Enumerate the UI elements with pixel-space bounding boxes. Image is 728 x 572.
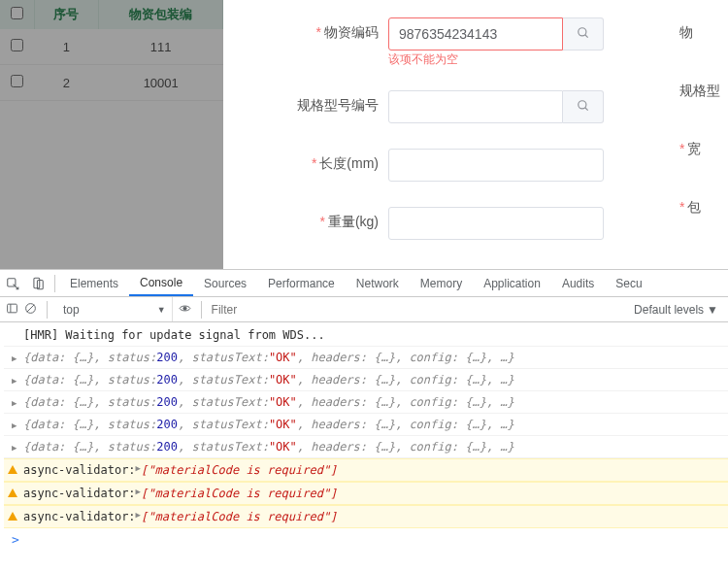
materials-table: 序号 物资包装编 1111210001 — [0, 0, 223, 101]
cell-code: 10001 — [99, 65, 223, 101]
console-log-line[interactable]: async-validator: ▶["materialCode is requ… — [4, 505, 728, 528]
sidebar-toggle-icon[interactable] — [6, 302, 18, 318]
row-checkbox[interactable] — [11, 75, 23, 87]
material-code-input[interactable] — [388, 17, 563, 50]
devtools-tab-network[interactable]: Network — [346, 270, 410, 296]
search-icon — [577, 26, 590, 43]
expand-icon[interactable]: ▶ — [12, 443, 17, 453]
log-level-select[interactable]: Default levels ▼ — [634, 303, 722, 317]
devtools-panel: ElementsConsoleSourcesPerformanceNetwork… — [0, 269, 728, 572]
devtools-tab-application[interactable]: Application — [473, 270, 551, 296]
svg-line-1 — [584, 34, 587, 37]
svg-line-10 — [27, 304, 35, 312]
col-seq: 序号 — [34, 0, 99, 29]
context-select[interactable]: top ▼ — [57, 297, 173, 321]
cutoff-label: 物 — [679, 24, 728, 42]
devtools-tab-performance[interactable]: Performance — [257, 270, 346, 296]
col-code: 物资包装编 — [99, 0, 223, 29]
live-expression-icon[interactable] — [179, 302, 191, 318]
row-length: *长度(mm) — [223, 149, 728, 182]
devtools-tab-sources[interactable]: Sources — [193, 270, 257, 296]
row-material-code: *物资编码 该项不能为空 — [223, 17, 728, 65]
col-checkbox — [0, 0, 34, 29]
cutoff-label: *宽 — [679, 141, 728, 158]
label-spec-no: 规格型号编号 — [252, 90, 388, 115]
separator — [54, 275, 55, 292]
label-material-code: *物资编码 — [252, 17, 388, 42]
devtools-tab-memory[interactable]: Memory — [410, 270, 473, 296]
inspect-icon[interactable] — [0, 277, 25, 290]
separator — [47, 301, 48, 319]
svg-line-3 — [584, 107, 587, 110]
material-code-search-button[interactable] — [563, 17, 604, 50]
cell-code: 111 — [99, 29, 223, 65]
svg-rect-7 — [8, 304, 17, 313]
context-select-value: top — [63, 303, 80, 317]
console-log-line[interactable]: ▶{data: {…}, status: 200, statusText: "O… — [4, 414, 728, 436]
label-length: *长度(mm) — [252, 149, 388, 173]
devtools-tabs: ElementsConsoleSourcesPerformanceNetwork… — [0, 270, 728, 297]
clear-console-icon[interactable] — [24, 302, 37, 318]
svg-rect-5 — [34, 278, 40, 288]
material-code-error: 该项不能为空 — [388, 53, 604, 65]
modal-form: 物 规格型 *宽 *包 *物资编码 该项不能为空 规格型号编号 — [223, 0, 728, 269]
console-log-line[interactable]: ▶{data: {…}, status: 200, statusText: "O… — [4, 369, 728, 391]
search-icon — [577, 99, 590, 116]
expand-icon[interactable]: ▶ — [12, 421, 17, 430]
cell-seq: 1 — [34, 29, 99, 65]
row-weight: *重量(kg) — [223, 207, 728, 240]
console-log-area[interactable]: [HMR] Waiting for update signal from WDS… — [0, 322, 728, 572]
table-row[interactable]: 210001 — [0, 65, 223, 101]
table-row[interactable]: 1111 — [0, 29, 223, 65]
length-input[interactable] — [388, 149, 604, 182]
expand-icon[interactable]: ▶ — [12, 398, 17, 408]
devtools-tab-elements[interactable]: Elements — [59, 270, 129, 296]
console-log-line[interactable]: async-validator: ▶["materialCode is requ… — [4, 482, 728, 505]
app-area: 序号 物资包装编 1111210001 物 规格型 *宽 *包 *物资编码 该项… — [0, 0, 728, 269]
console-filter-input[interactable] — [212, 303, 628, 317]
expand-icon[interactable]: ▶ — [12, 376, 17, 386]
table-panel: 序号 物资包装编 1111210001 — [0, 0, 223, 269]
weight-input[interactable] — [388, 207, 604, 240]
separator — [201, 301, 202, 319]
devtools-tab-secu[interactable]: Secu — [605, 270, 652, 296]
label-weight: *重量(kg) — [252, 207, 388, 231]
console-log-line[interactable]: ▶{data: {…}, status: 200, statusText: "O… — [4, 391, 728, 414]
devtools-tab-audits[interactable]: Audits — [551, 270, 605, 296]
svg-point-0 — [578, 27, 585, 35]
cell-seq: 2 — [34, 65, 99, 101]
devtools-tab-console[interactable]: Console — [129, 270, 193, 296]
cutoff-label: *包 — [679, 199, 728, 217]
console-log-line[interactable]: ▶{data: {…}, status: 200, statusText: "O… — [4, 347, 728, 369]
console-log-line[interactable]: ▶{data: {…}, status: 200, statusText: "O… — [4, 436, 728, 458]
select-all-checkbox[interactable] — [11, 7, 23, 19]
chevron-down-icon: ▼ — [157, 305, 166, 315]
spec-no-search-button[interactable] — [563, 90, 604, 123]
row-checkbox[interactable] — [11, 39, 23, 51]
console-prompt[interactable]: > — [4, 528, 728, 551]
svg-point-2 — [578, 100, 585, 108]
svg-point-11 — [182, 306, 185, 309]
device-icon[interactable] — [25, 277, 50, 290]
expand-icon[interactable]: ▶ — [12, 353, 17, 363]
row-spec-no: 规格型号编号 — [223, 90, 728, 123]
cutoff-label: 规格型 — [679, 83, 728, 100]
chevron-down-icon: ▼ — [707, 303, 718, 317]
console-log-line[interactable]: async-validator: ▶["materialCode is requ… — [4, 458, 728, 482]
console-log-line[interactable]: [HMR] Waiting for update signal from WDS… — [4, 324, 728, 347]
spec-no-input[interactable] — [388, 90, 563, 123]
console-toolbar: top ▼ Default levels ▼ — [0, 297, 728, 322]
